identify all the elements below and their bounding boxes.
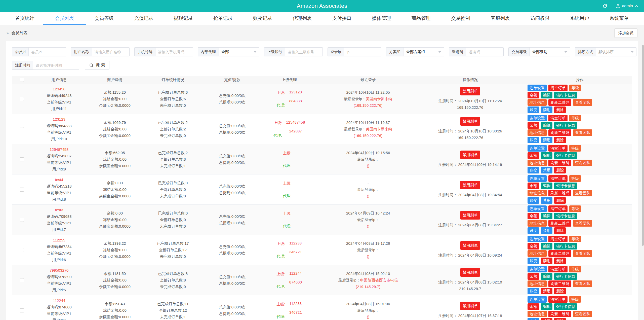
action-button-账变[interactable]: 账变 [528,318,539,320]
action-button-清空订单[interactable]: 清空订单 [548,266,568,272]
action-button-编辑[interactable]: 编辑 [541,213,552,219]
action-button-编辑[interactable]: 编辑 [541,183,552,189]
action-button-账变[interactable]: 账变 [528,258,539,264]
action-button-地址信息[interactable]: 地址信息 [528,220,547,227]
row-checkbox[interactable] [20,248,24,252]
action-button-地址信息[interactable]: 地址信息 [528,160,547,166]
action-button-删除[interactable]: 删除 [554,318,566,320]
tab-首页统计[interactable]: 首页统计 [5,12,45,25]
row-checkbox[interactable] [20,308,24,312]
action-button-清空订单[interactable]: 清空订单 [548,85,568,91]
action-button-连单设置[interactable]: 连单设置 [528,296,547,303]
action-button-查看团队[interactable]: 查看团队 [573,311,592,317]
tab-抢单记录[interactable]: 抢单记录 [203,12,243,25]
action-button-删除[interactable]: 删除 [554,227,566,234]
filter-select-方案组[interactable]: 全部方案组 [404,48,444,56]
action-button-等级[interactable]: 等级 [569,145,581,152]
action-button-账变[interactable]: 账变 [528,137,539,143]
action-button-银行卡信息[interactable]: 银行卡信息 [554,92,577,98]
action-button-编辑[interactable]: 编辑 [541,243,552,250]
action-button-连单设置[interactable]: 连单设置 [528,266,547,272]
tab-客服列表[interactable]: 客服列表 [480,12,520,25]
tab-访问权限[interactable]: 访问权限 [520,12,560,25]
action-button-余额[interactable]: 余额 [528,92,539,98]
action-button-等级[interactable]: 等级 [569,236,581,242]
action-button-查看团队[interactable]: 查看团队 [573,190,592,196]
tab-充值记录[interactable]: 充值记录 [124,12,164,25]
action-button-编辑[interactable]: 编辑 [541,92,552,98]
action-button-银行卡信息[interactable]: 银行卡信息 [554,243,577,250]
action-button-地址信息[interactable]: 地址信息 [528,280,547,287]
action-button-查看团队[interactable]: 查看团队 [573,250,592,257]
row-checkbox[interactable] [20,157,24,161]
tab-账变记录[interactable]: 账变记录 [243,12,283,25]
action-button-刷新二维码[interactable]: 刷新二维码 [548,99,571,106]
action-button-连单设置[interactable]: 连单设置 [528,175,547,182]
action-button-地址信息[interactable]: 地址信息 [528,99,547,106]
action-button-等级[interactable]: 等级 [569,115,581,121]
action-button-连单设置[interactable]: 连单设置 [528,236,547,242]
action-button-余额[interactable]: 余额 [528,152,539,159]
action-button-清空订单[interactable]: 清空订单 [548,296,568,303]
action-button-等级[interactable]: 等级 [569,85,581,91]
filter-select-内部代理[interactable]: 全部 [219,48,259,56]
action-button-删除[interactable]: 删除 [554,106,566,113]
filter-input-会员id[interactable] [29,48,66,56]
action-button-禁用[interactable]: 禁用 [541,258,552,264]
action-button-账变[interactable]: 账变 [528,106,539,113]
action-button-编辑[interactable]: 编辑 [541,303,552,310]
tab-会员等级[interactable]: 会员等级 [84,12,124,25]
filter-select-会员等级[interactable]: 全部级别 [530,48,570,56]
action-button-查看团队[interactable]: 查看团队 [573,160,592,166]
action-button-银行卡信息[interactable]: 银行卡信息 [554,152,577,159]
filter-input-邀请码[interactable] [466,48,503,56]
search-button[interactable]: 搜 索 [85,61,109,70]
action-button-禁用[interactable]: 禁用 [541,197,552,204]
tab-系统用户[interactable]: 系统用户 [560,12,599,25]
row-checkbox[interactable] [20,97,24,101]
action-button-地址信息[interactable]: 地址信息 [528,250,547,257]
action-button-银行卡信息[interactable]: 银行卡信息 [554,183,577,189]
action-button-银行卡信息[interactable]: 银行卡信息 [554,273,577,280]
tab-代理列表[interactable]: 代理列表 [283,12,322,25]
filter-input-上级账号[interactable] [285,48,323,56]
action-button-清空订单[interactable]: 清空订单 [548,205,568,212]
action-button-删除[interactable]: 删除 [554,288,566,294]
filter-select-排序方式[interactable]: 默认排序 [596,48,636,56]
action-button-禁用[interactable]: 禁用 [541,288,552,294]
action-button-禁用[interactable]: 禁用 [541,137,552,143]
action-button-余额[interactable]: 余额 [528,213,539,219]
tab-系统菜单[interactable]: 系统菜单 [599,12,639,25]
filter-input-登录ip[interactable] [344,48,381,56]
action-button-编辑[interactable]: 编辑 [541,273,552,280]
action-button-余额[interactable]: 余额 [528,183,539,189]
row-checkbox[interactable] [20,127,24,131]
action-button-禁用[interactable]: 禁用 [541,227,552,234]
action-button-连单设置[interactable]: 连单设置 [528,205,547,212]
action-button-银行卡信息[interactable]: 银行卡信息 [554,122,577,129]
filter-input-注册时间[interactable] [33,61,79,69]
action-button-清空订单[interactable]: 清空订单 [548,115,568,121]
action-button-禁用[interactable]: 禁用 [541,318,552,320]
action-button-地址信息[interactable]: 地址信息 [528,311,547,317]
action-button-余额[interactable]: 余额 [528,273,539,280]
action-button-等级[interactable]: 等级 [569,266,581,272]
tab-交易控制[interactable]: 交易控制 [441,12,481,25]
action-button-刷新二维码[interactable]: 刷新二维码 [548,160,571,166]
row-checkbox[interactable] [20,218,24,222]
action-button-账变[interactable]: 账变 [528,197,539,204]
action-button-余额[interactable]: 余额 [528,303,539,310]
action-button-账变[interactable]: 账变 [528,167,539,173]
add-member-button[interactable]: 添加会员 [614,28,637,38]
action-button-银行卡信息[interactable]: 银行卡信息 [554,213,577,219]
tab-商品管理[interactable]: 商品管理 [401,12,441,25]
action-button-编辑[interactable]: 编辑 [541,122,552,129]
filter-input-用户名称[interactable] [92,48,129,56]
action-button-刷新二维码[interactable]: 刷新二维码 [548,220,571,227]
admin-menu[interactable]: admin [616,4,638,8]
action-button-删除[interactable]: 删除 [554,137,566,143]
action-button-等级[interactable]: 等级 [569,175,581,182]
action-button-禁用[interactable]: 禁用 [541,106,552,113]
action-button-查看团队[interactable]: 查看团队 [573,220,592,227]
filter-input-手机号码[interactable] [155,48,193,56]
